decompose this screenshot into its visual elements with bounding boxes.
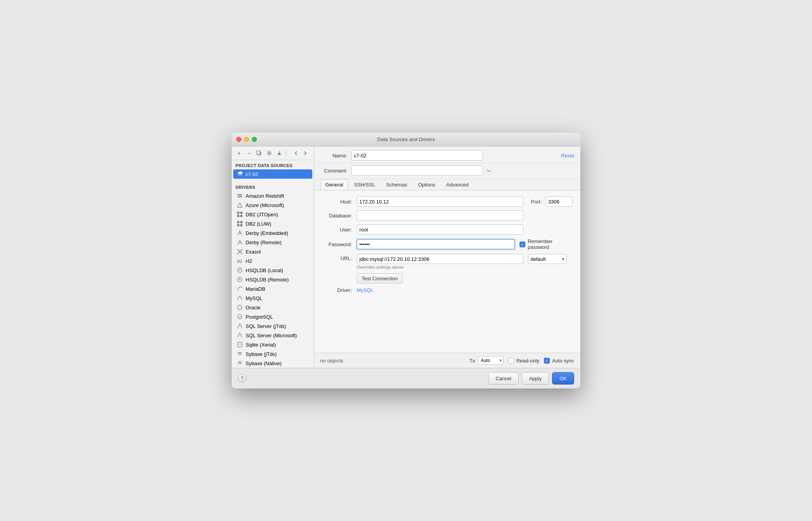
tx-select[interactable]: Auto Manual — [478, 356, 504, 365]
driver-label: DB2 (JTOpen) — [246, 212, 278, 217]
svg-marker-5 — [237, 203, 242, 207]
driver-h2[interactable]: H2 H2 — [232, 256, 314, 266]
mysql-icon — [236, 295, 243, 302]
copy-button[interactable] — [255, 149, 263, 157]
remember-password-checkbox[interactable] — [520, 242, 525, 247]
svg-rect-4 — [237, 196, 242, 197]
expand-button[interactable] — [485, 166, 493, 175]
svg-rect-3 — [237, 194, 242, 195]
tab-advanced[interactable]: Advanced — [441, 179, 474, 190]
apply-button[interactable]: Apply — [522, 372, 549, 385]
minimize-button[interactable] — [244, 137, 249, 142]
driver-exasol[interactable]: Exasol — [232, 247, 314, 256]
tab-sshssl[interactable]: SSH/SSL — [349, 179, 380, 190]
driver-label: SQL Server (jTds) — [246, 323, 286, 329]
svg-rect-12 — [237, 224, 239, 226]
ok-button[interactable]: OK — [552, 372, 574, 385]
test-connection-button[interactable]: Test Connection — [357, 273, 403, 283]
project-section-header: Project Data Sources — [232, 160, 314, 169]
comment-input[interactable] — [351, 166, 483, 176]
datasource-label: c7-02 — [246, 171, 258, 177]
tab-schemas[interactable]: Schemas — [381, 179, 412, 190]
svg-point-2 — [268, 152, 270, 154]
driver-derby-embedded[interactable]: Derby (Embedded) — [232, 228, 314, 238]
name-input[interactable] — [351, 150, 483, 160]
driver-oracle[interactable]: Oracle — [232, 303, 314, 312]
remember-row: Remember password — [520, 238, 573, 250]
readonly-row: Read-only — [508, 358, 539, 364]
right-footer: no objects Tx: Auto Manual ▼ Read-only — [314, 353, 580, 368]
postgresql-icon — [236, 313, 243, 320]
password-input[interactable] — [357, 239, 515, 249]
driver-label: Amazon Redshift — [246, 193, 284, 199]
driver-mysql[interactable]: MySQL — [232, 293, 314, 303]
tx-select-wrap: Auto Manual ▼ — [478, 356, 504, 365]
database-row: Database: — [322, 210, 573, 221]
driver-label: Oracle — [246, 305, 260, 311]
svg-rect-11 — [240, 221, 243, 223]
datasource-item-c7-02[interactable]: c7-02 — [233, 169, 312, 179]
driver-mariadb[interactable]: MariaDB — [232, 284, 314, 293]
name-row: Name: Reset — [314, 147, 580, 163]
url-input[interactable] — [357, 254, 523, 264]
driver-sybase-native[interactable]: Sybase (Native) — [232, 359, 314, 368]
url-input-wrap: Overrides settings above — [357, 254, 523, 269]
driver-amazon-redshift[interactable]: Amazon Redshift — [232, 191, 314, 200]
tabs-bar: General SSH/SSL Schemas Options Advanced — [314, 179, 580, 190]
tab-options[interactable]: Options — [413, 179, 440, 190]
sybase-native-icon — [236, 360, 243, 367]
driver-db2-luw[interactable]: DB2 (LUW) — [232, 219, 314, 228]
host-label: Host: — [322, 199, 357, 205]
reset-button[interactable]: Reset — [561, 153, 574, 159]
port-input[interactable] — [545, 197, 573, 207]
settings-button[interactable] — [265, 149, 274, 157]
forward-button[interactable] — [301, 149, 310, 157]
driver-label: H2 — [246, 258, 252, 264]
maximize-button[interactable] — [252, 137, 257, 142]
autosync-checkbox[interactable] — [544, 358, 550, 364]
driver-hsqldb-local[interactable]: HSQLDB (Local) — [232, 266, 314, 275]
datasource-icon — [237, 171, 243, 177]
svg-rect-1 — [257, 151, 260, 154]
driver-postgresql[interactable]: PostgreSQL — [232, 312, 314, 321]
back-button[interactable] — [292, 149, 300, 157]
test-connection-wrap: Test Connection — [357, 273, 573, 283]
autosync-label: Auto sync — [552, 358, 574, 364]
url-scheme-select[interactable]: default jdbc:mysql — [528, 254, 567, 264]
user-input[interactable] — [357, 224, 523, 235]
db2-luw-icon — [236, 220, 243, 227]
help-button[interactable]: ? — [238, 374, 246, 383]
driver-label: MySQL — [246, 295, 262, 301]
override-text: Overrides settings above — [357, 265, 523, 269]
password-row: Password: Remember password — [322, 238, 573, 250]
driver-link[interactable]: MySQL — [357, 287, 373, 293]
driver-sybase-jtds[interactable]: Sybase (jTds) — [232, 349, 314, 359]
driver-derby-remote[interactable]: Derby (Remote) — [232, 238, 314, 247]
driver-label: HSQLDB (Local) — [246, 267, 283, 273]
amazon-redshift-icon — [236, 192, 243, 199]
database-input[interactable] — [357, 210, 523, 221]
driver-label: SQL Server (Microsoft) — [246, 333, 297, 338]
remove-button[interactable]: − — [245, 149, 253, 157]
titlebar: Data Sources and Drivers — [232, 133, 580, 147]
sqlserver-microsoft-icon — [236, 332, 243, 339]
driver-sqlserver-microsoft[interactable]: SQL Server (Microsoft) — [232, 331, 314, 340]
host-input[interactable] — [357, 197, 523, 207]
user-label: User: — [322, 227, 357, 233]
driver-azure[interactable]: Azure (Microsoft) — [232, 200, 314, 210]
svg-rect-9 — [240, 215, 243, 217]
close-button[interactable] — [236, 137, 241, 142]
import-button[interactable] — [275, 149, 284, 157]
tab-general[interactable]: General — [320, 179, 348, 190]
cancel-button[interactable]: Cancel — [488, 372, 518, 385]
driver-label: Exasol — [246, 249, 261, 255]
driver-sqlite[interactable]: Sqlite (Xerial) — [232, 340, 314, 349]
bottom-bar: ? Cancel Apply OK — [232, 368, 580, 388]
driver-hsqldb-remote[interactable]: HSQLDB (Remote) — [232, 275, 314, 284]
readonly-checkbox[interactable] — [508, 358, 514, 364]
hsqldb-local-icon — [236, 267, 243, 274]
driver-sqlserver-jtds[interactable]: SQL Server (jTds) — [232, 321, 314, 331]
driver-db2-jtopen[interactable]: DB2 (JTOpen) — [232, 210, 314, 219]
oracle-icon — [236, 304, 243, 311]
add-button[interactable]: + — [235, 149, 243, 157]
